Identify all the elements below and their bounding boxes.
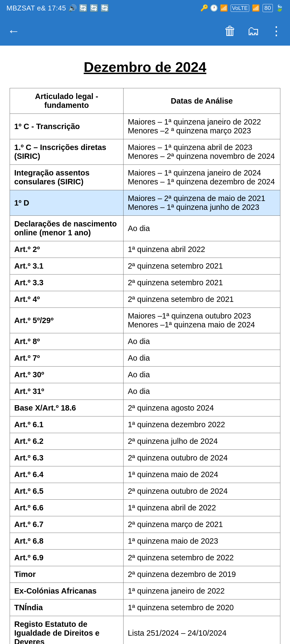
- table-cell-dates: 2ª quinzena setembro 2021: [123, 258, 280, 275]
- table-cell-dates: 1ª quinzena dezembro 2022: [123, 416, 280, 433]
- table-cell-dates: Ao dia: [123, 383, 280, 400]
- table-cell-dates: Maiores –1ª quinzena outubro 2023Menores…: [123, 308, 280, 333]
- table-cell-dates: 1ª quinzena janeiro de 2022: [123, 583, 280, 599]
- table-row: Art.º 6.61ª quinzena abril de 2022: [10, 500, 280, 516]
- table-cell-dates: 2ª quinzena setembro de 2022: [123, 550, 280, 566]
- table-cell-legal: Art.º 6.4: [10, 466, 124, 483]
- table-row: 1º C - TranscriçãoMaiores – 1ª quinzena …: [10, 114, 280, 139]
- table-cell-legal: 1º C - Transcrição: [10, 114, 124, 139]
- status-icons: 🔑 🕐 📶 VoLTE 📶 80 🍃: [200, 4, 284, 12]
- table-row: Art.º 4º2ª quinzena setembro de 2021: [10, 291, 280, 308]
- table-cell-legal: Art.º 30º: [10, 367, 124, 383]
- table-cell-legal: Art.º 6.7: [10, 516, 124, 533]
- table-cell-legal: 1º D: [10, 190, 124, 216]
- table-cell-dates: 1ª quinzena abril de 2022: [123, 500, 280, 516]
- table-cell-dates: Ao dia: [123, 350, 280, 367]
- table-row: Art.º 6.92ª quinzena setembro de 2022: [10, 550, 280, 566]
- table-row: Art.º 3.12ª quinzena setembro 2021: [10, 258, 280, 275]
- table-cell-legal: Art.º 4º: [10, 291, 124, 308]
- archive-button[interactable]: 🗂: [247, 24, 259, 38]
- table-cell-dates: 2ª quinzena setembro de 2021: [123, 291, 280, 308]
- table-cell-dates: Ao dia: [123, 216, 280, 241]
- table-cell-legal: Art.º 6.1: [10, 416, 124, 433]
- table-cell-legal: Art.º 6.6: [10, 500, 124, 516]
- table-cell-legal: Timor: [10, 566, 124, 583]
- table-row: Art.º 6.81ª quinzena maio de 2023: [10, 533, 280, 550]
- col-header-dates: Datas de Análise: [123, 88, 280, 114]
- table-row: Art.º 6.32ª quinzena outubro de 2024: [10, 450, 280, 466]
- table-row: Art.º 30ºAo dia: [10, 367, 280, 383]
- table-cell-dates: Ao dia: [123, 333, 280, 350]
- nav-bar: ← 🗑 🗂 ⋮: [0, 16, 290, 46]
- table-cell-dates: 2ª quinzena março de 2021: [123, 516, 280, 533]
- back-button[interactable]: ←: [8, 24, 20, 38]
- table-cell-legal: Art.º 7º: [10, 350, 124, 367]
- table-cell-dates: 1ª quinzena maio de 2024: [123, 466, 280, 483]
- table-cell-legal: Art.º 6.5: [10, 483, 124, 500]
- table-cell-legal: Art.º 5º/29º: [10, 308, 124, 333]
- table-cell-dates: 1ª quinzena abril 2022: [123, 241, 280, 258]
- table-cell-dates: Maiores – 1ª quinzena janeiro de 2022Men…: [123, 114, 280, 139]
- table-cell-legal: Integração assentos consulares (SIRIC): [10, 165, 124, 190]
- table-row: Integração assentos consulares (SIRIC)Ma…: [10, 165, 280, 190]
- table-row: Base X/Art.º 18.62ª quinzena agosto 2024: [10, 400, 280, 416]
- table-cell-dates: Ao dia: [123, 367, 280, 383]
- table-cell-legal: Art.º 3.1: [10, 258, 124, 275]
- delete-button[interactable]: 🗑: [224, 24, 236, 38]
- table-row: Art.º 6.72ª quinzena março de 2021: [10, 516, 280, 533]
- table-cell-legal: Art.º 6.3: [10, 450, 124, 466]
- table-row: Art.º 6.41ª quinzena maio de 2024: [10, 466, 280, 483]
- table-cell-legal: Art.º 3.3: [10, 275, 124, 291]
- table-row: Registo Estatuto de Igualdade de Direito…: [10, 616, 280, 644]
- analysis-table: Articulado legal - fundamento Datas de A…: [10, 88, 280, 644]
- table-cell-dates: 2ª quinzena outubro de 2024: [123, 450, 280, 466]
- table-cell-legal: Art.º 6.9: [10, 550, 124, 566]
- table-cell-dates: Maiores – 2ª quinzena de maio de 2021Men…: [123, 190, 280, 216]
- table-row: TNÍndia1ª quinzena setembro de 2020: [10, 599, 280, 616]
- table-cell-legal: Ex-Colónias Africanas: [10, 583, 124, 599]
- table-cell-dates: 2ª quinzena julho de 2024: [123, 433, 280, 450]
- table-cell-dates: 1ª quinzena maio de 2023: [123, 533, 280, 550]
- table-cell-legal: Art.º 2º: [10, 241, 124, 258]
- table-row: Art.º 2º1ª quinzena abril 2022: [10, 241, 280, 258]
- table-row: Art.º 8ºAo dia: [10, 333, 280, 350]
- table-row: Declarações de nascimento online (menor …: [10, 216, 280, 241]
- table-row: Art.º 6.52ª quinzena outubro de 2024: [10, 483, 280, 500]
- table-row: 1.º C – Inscrições diretas (SIRIC)Maiore…: [10, 139, 280, 165]
- table-cell-legal: Declarações de nascimento online (menor …: [10, 216, 124, 241]
- table-cell-dates: Maiores – 1ª quinzena janeiro de 2024Men…: [123, 165, 280, 190]
- status-bar: MBZSAT e& 17:45 🔊 🔄 🔄 🔄 🔑 🕐 📶 VoLTE 📶 80…: [0, 0, 290, 16]
- table-row: Ex-Colónias Africanas1ª quinzena janeiro…: [10, 583, 280, 599]
- table-row: Art.º 31ºAo dia: [10, 383, 280, 400]
- table-cell-dates: 2ª quinzena dezembro de 2019: [123, 566, 280, 583]
- table-cell-legal: Art.º 6.2: [10, 433, 124, 450]
- table-cell-legal: 1.º C – Inscrições diretas (SIRIC): [10, 139, 124, 165]
- col-header-legal: Articulado legal - fundamento: [10, 88, 124, 114]
- table-row: Art.º 3.32ª quinzena setembro 2021: [10, 275, 280, 291]
- table-cell-legal: Art.º 8º: [10, 333, 124, 350]
- table-cell-dates: 2ª quinzena outubro de 2024: [123, 483, 280, 500]
- table-cell-dates: 2ª quinzena setembro 2021: [123, 275, 280, 291]
- table-row: Art.º 6.22ª quinzena julho de 2024: [10, 433, 280, 450]
- table-cell-dates: 2ª quinzena agosto 2024: [123, 400, 280, 416]
- table-cell-legal: TNÍndia: [10, 599, 124, 616]
- table-cell-dates: Maiores – 1ª quinzena abril de 2023Menor…: [123, 139, 280, 165]
- email-content: Dezembro de 2024 Articulado legal - fund…: [0, 46, 290, 644]
- more-button[interactable]: ⋮: [270, 24, 282, 38]
- table-row: Timor2ª quinzena dezembro de 2019: [10, 566, 280, 583]
- table-cell-legal: Art.º 6.8: [10, 533, 124, 550]
- table-row: 1º DMaiores – 2ª quinzena de maio de 202…: [10, 190, 280, 216]
- table-cell-legal: Art.º 31º: [10, 383, 124, 400]
- table-row: Art.º 6.11ª quinzena dezembro 2022: [10, 416, 280, 433]
- table-cell-legal: Base X/Art.º 18.6: [10, 400, 124, 416]
- page-title: Dezembro de 2024: [10, 59, 280, 75]
- table-row: Art.º 5º/29ºMaiores –1ª quinzena outubro…: [10, 308, 280, 333]
- table-row: Art.º 7ºAo dia: [10, 350, 280, 367]
- table-cell-dates: 1ª quinzena setembro de 2020: [123, 599, 280, 616]
- table-cell-legal: Registo Estatuto de Igualdade de Direito…: [10, 616, 124, 644]
- status-carrier-time: MBZSAT e& 17:45 🔊 🔄 🔄 🔄: [6, 4, 109, 12]
- table-cell-dates: Lista 251/2024 – 24/10/2024: [123, 616, 280, 644]
